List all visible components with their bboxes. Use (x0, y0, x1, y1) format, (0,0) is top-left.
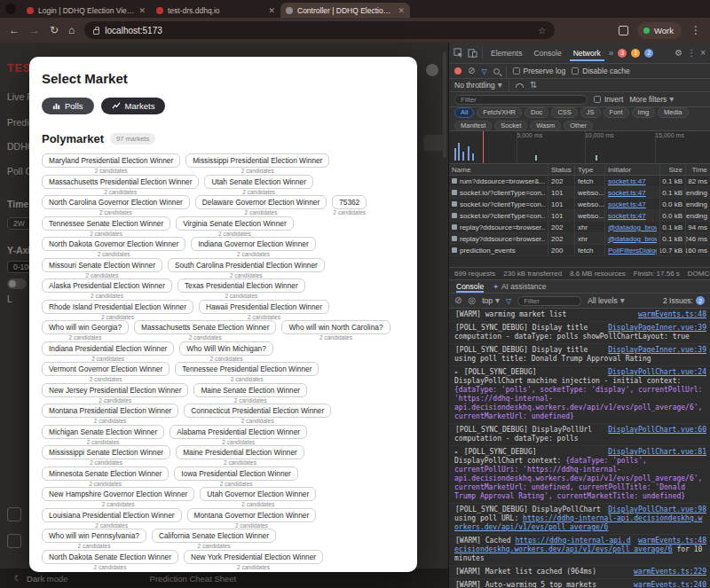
browser-tab[interactable]: Login | DDHQ Election View 3 ✕ (21, 3, 151, 18)
console-source-link[interactable]: warmEvents.ts:48 (638, 310, 706, 319)
market-button[interactable]: Missouri Senate Election Winner (42, 258, 162, 272)
network-request-row[interactable]: replay?ddsource=browser... 202 xhr @data… (449, 233, 710, 245)
request-type-chip[interactable]: All (454, 107, 474, 118)
request-type-chip[interactable]: Doc (525, 107, 548, 118)
tab-network[interactable]: Network (570, 45, 604, 61)
error-count-badge[interactable]: 3 (618, 49, 627, 58)
request-initiator[interactable]: @datadog_brow... (605, 222, 660, 232)
market-button[interactable]: Iowa Presidential Election Winner (174, 466, 298, 481)
console-source-link[interactable]: warmEvents.ts:240 (634, 581, 706, 588)
request-initiator[interactable]: socket.ts:47 (605, 187, 660, 198)
network-overview-timeline[interactable]: 5,000 ms10,000 ms15,000 ms (449, 131, 710, 164)
live-expression-eye-icon[interactable]: ◎ (468, 296, 476, 305)
tab-console[interactable]: Console (530, 45, 564, 61)
import-export-icon[interactable]: ⇅ (530, 81, 537, 90)
context-select[interactable]: top▾ (482, 296, 500, 305)
drawer-tab-ai-assistance[interactable]: ✦AI assistance (493, 280, 546, 293)
market-button[interactable]: North Carolina Governor Election Winner (42, 195, 190, 209)
market-button[interactable]: Maine Senate Election Winner (193, 383, 307, 397)
console-message[interactable]: warmEvents.ts:240 [WARM] Auto-warming 5 … (449, 579, 710, 588)
console-message[interactable]: DisplayPollChart.vue:24 ▸ [POLL_SYNC_DEB… (449, 366, 710, 424)
network-request-row[interactable]: socket.io/?clientType=con... 101 webso..… (449, 187, 710, 199)
market-button[interactable]: 75362 (332, 195, 367, 209)
console-source-link[interactable]: DisplayPageInner.vue:39 (608, 346, 706, 355)
market-button[interactable]: Michigan Senate Election Winner (42, 425, 164, 439)
market-button[interactable]: Who will win North Carolina? (281, 320, 390, 334)
console-filter-input[interactable] (517, 296, 581, 306)
console-message[interactable]: warmEvents.ts:48 [WARM] warming market l… (449, 309, 710, 322)
market-button[interactable]: Texas Presidential Election Winner (178, 278, 305, 293)
market-button[interactable]: Tennessee Senate Election Winner (42, 216, 170, 231)
console-message[interactable]: warmEvents.ts:48 [WARM] Cached https://d… (449, 535, 710, 566)
column-initiator[interactable]: Initiator (605, 164, 660, 175)
inspect-icon[interactable] (454, 48, 463, 58)
tab-close-icon[interactable]: ✕ (398, 6, 405, 15)
market-button[interactable]: New Hampshire Governor Election Winner (42, 487, 194, 501)
console-source-link[interactable]: DisplayPollChart.vue:60 (608, 426, 706, 435)
market-button[interactable]: Minnesota Senate Election Winner (42, 466, 169, 481)
console-message[interactable]: DisplayPageInner.vue:39 [POLL_SYNC_DEBUG… (449, 344, 710, 366)
market-button[interactable]: Rhode Island Presidential Election Winne… (42, 300, 193, 314)
request-type-chip[interactable]: CSS (551, 107, 577, 118)
console-source-link[interactable]: DisplayPollChart.vue:81 (608, 448, 706, 457)
back-icon[interactable]: ← (9, 25, 20, 35)
request-type-chip[interactable]: Media (658, 107, 688, 118)
browser-menu-icon[interactable]: ⋮ (690, 25, 701, 35)
market-button[interactable]: Vermont Governor Election Winner (42, 362, 170, 376)
request-type-chip[interactable]: Other (564, 121, 593, 131)
market-button[interactable]: Who will win Pennsylvania? (42, 529, 146, 543)
market-button[interactable]: Mississippi Senate Election Winner (42, 445, 170, 459)
browser-tab[interactable]: Controller | DDHQ Election Vi... ✕ (280, 3, 410, 18)
market-button[interactable]: Indiana Presidential Election Winner (42, 341, 174, 356)
column-time[interactable]: Time (686, 164, 710, 175)
market-button[interactable]: Mississippi Presidential Election Winner (185, 153, 329, 168)
console-message[interactable]: DisplayPollChart.vue:60 [POLL_SYNC_DEBUG… (449, 424, 710, 446)
market-button[interactable]: New Jersey Presidential Election Winner (42, 383, 188, 397)
extensions-icon[interactable] (619, 26, 628, 35)
expand-triangle-icon[interactable]: ▸ (454, 368, 459, 376)
console-filter-icon[interactable]: ▽ (506, 297, 511, 305)
market-button[interactable]: North Dakota Governor Election Winner (42, 237, 185, 251)
more-tabs-icon[interactable]: » (609, 49, 614, 58)
clear-console-icon[interactable]: ⊘ (454, 296, 462, 305)
search-icon[interactable] (493, 68, 500, 74)
market-button[interactable]: Who Will Win Michigan? (179, 341, 272, 356)
market-button[interactable]: Delaware Governor Election Winner (195, 195, 327, 209)
network-conditions-icon[interactable] (516, 83, 524, 88)
request-type-chip[interactable]: Manifest (454, 121, 492, 131)
market-button[interactable]: California Senate Election Winner (152, 529, 276, 543)
settings-gear-icon[interactable]: ⚙ (674, 49, 682, 58)
market-button[interactable]: Alaska Presidential Election Winner (42, 278, 172, 293)
console-object-preview[interactable]: {dataType: 'polls', socketType: 'display… (454, 386, 702, 420)
market-button[interactable]: Massachusetts Presidential Election Winn… (42, 175, 199, 189)
markets-tab[interactable]: Markets (101, 98, 166, 114)
request-initiator[interactable]: PollFiltersDialog... (605, 245, 660, 255)
console-message[interactable]: warmEvents.ts:229 [WARM] Market list cac… (449, 566, 710, 579)
request-type-chip[interactable]: Img (632, 107, 656, 118)
market-button[interactable]: Tennessee Presidential Election Winner (175, 362, 319, 376)
market-button[interactable]: South Carolina Presidential Election Win… (168, 258, 325, 272)
console-message[interactable]: DisplayPollChart.vue:81 ▸ [POLL_SYNC_DEB… (449, 446, 710, 504)
drawer-tab-console[interactable]: Console (456, 280, 484, 293)
column-type[interactable]: Type (575, 164, 605, 175)
profile-button[interactable]: Work (637, 22, 682, 39)
polls-tab[interactable]: Polls (42, 98, 94, 114)
column-name[interactable]: Name (449, 164, 548, 175)
market-button[interactable]: Maryland Presidential Election Winner (42, 153, 180, 168)
market-button[interactable]: Virginia Senate Election Winner (176, 216, 294, 231)
request-type-chip[interactable]: Font (604, 107, 629, 118)
market-button[interactable]: Alabama Presidential Election Winner (170, 425, 307, 439)
request-type-chip[interactable]: JS (580, 107, 601, 118)
request-initiator[interactable]: socket.ts:47 (605, 199, 660, 209)
network-request-row[interactable]: socket.io/?clientType=con... 101 webso..… (449, 210, 710, 222)
more-filters-dropdown[interactable]: More filters▾ (629, 95, 674, 104)
network-request-row[interactable]: rum?ddsource=browser&... 202 fetch socke… (449, 176, 710, 187)
request-type-chip[interactable]: Wasm (530, 121, 561, 131)
market-button[interactable]: Connecticut Presidential Election Winner (184, 404, 331, 418)
market-button[interactable]: Indiana Governor Election Winner (191, 237, 316, 251)
console-source-link[interactable]: DisplayPageInner.vue:39 (608, 324, 706, 333)
log-levels-select[interactable]: All levels▾ (588, 296, 625, 305)
network-request-row[interactable]: prediction_events 200 fetch PollFiltersD… (449, 245, 710, 256)
request-initiator[interactable]: socket.ts:47 (605, 176, 660, 186)
devtools-close-icon[interactable]: × (700, 49, 706, 58)
